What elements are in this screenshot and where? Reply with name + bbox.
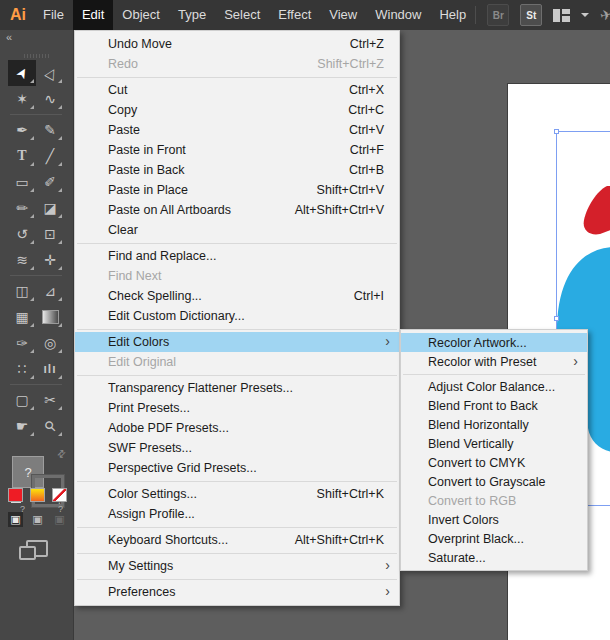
submenu-item[interactable]: Blend Vertically › bbox=[401, 434, 587, 453]
chevron-down-icon[interactable] bbox=[581, 13, 589, 17]
curvature-tool[interactable]: ✎ bbox=[36, 117, 64, 143]
panel-gripper[interactable] bbox=[24, 54, 50, 58]
menu-item[interactable]: Edit Colors › bbox=[75, 332, 399, 352]
menu-item[interactable]: Find and Replace... › bbox=[75, 246, 399, 266]
menu-item[interactable]: Clear › bbox=[75, 220, 399, 240]
color-swatch-red[interactable] bbox=[8, 488, 23, 502]
menu-item[interactable]: › bbox=[77, 579, 397, 580]
menu-item[interactable]: › bbox=[77, 375, 397, 376]
column-graph-tool[interactable]: ılı bbox=[36, 356, 64, 382]
submenu-item[interactable]: Adjust Color Balance... › bbox=[401, 377, 587, 396]
submenu-item[interactable]: Blend Horizontally › bbox=[401, 415, 587, 434]
perspective-grid-tool[interactable]: ⊿ bbox=[36, 278, 64, 304]
width-tool[interactable]: ≋ bbox=[8, 247, 36, 273]
menu-item[interactable]: Cut Ctrl+X › bbox=[75, 80, 399, 100]
rotate-tool[interactable]: ↺ bbox=[8, 221, 36, 247]
puppet-warp-tool[interactable]: ✛ bbox=[36, 247, 64, 273]
submenu-item[interactable]: › bbox=[403, 374, 585, 375]
menu-item[interactable]: Transparency Flattener Presets... › bbox=[75, 378, 399, 398]
menu-item[interactable]: Print Presets... › bbox=[75, 398, 399, 418]
bridge-button[interactable]: Br bbox=[487, 4, 509, 26]
pen-tool[interactable]: ✒ bbox=[8, 117, 36, 143]
menu-item[interactable]: Redo Shift+Ctrl+Z › bbox=[75, 54, 399, 74]
rocket-icon[interactable]: ✈ bbox=[599, 6, 610, 24]
draw-inside-mode[interactable]: ▣ bbox=[52, 512, 67, 527]
magic-wand-tool[interactable]: ✶ bbox=[8, 86, 36, 112]
submenu-item[interactable]: Invert Colors › bbox=[401, 510, 587, 529]
slice-tool[interactable]: ✂ bbox=[36, 387, 64, 413]
paintbrush-tool[interactable]: ✐ bbox=[36, 169, 64, 195]
menu-item[interactable]: SWF Presets... › bbox=[75, 438, 399, 458]
eyedropper-tool[interactable]: ✑ bbox=[8, 330, 36, 356]
menu-item[interactable]: Assign Profile... › bbox=[75, 504, 399, 524]
eraser-tool[interactable]: ◪ bbox=[36, 195, 64, 221]
submenu-item[interactable]: Convert to Grayscale › bbox=[401, 472, 587, 491]
selection-handle-midleft[interactable] bbox=[554, 316, 559, 321]
menu-item[interactable]: Paste in Back Ctrl+B › bbox=[75, 160, 399, 180]
swap-fill-stroke-icon[interactable]: ⇄ bbox=[54, 447, 68, 461]
gradient-swatch[interactable] bbox=[30, 488, 45, 502]
menu-item[interactable]: Edit Custom Dictionary... › bbox=[75, 306, 399, 326]
scale-tool[interactable]: ⊡ bbox=[36, 221, 64, 247]
workspace-switcher-icon[interactable] bbox=[553, 9, 570, 22]
menubar-item[interactable]: Select bbox=[215, 0, 269, 30]
zoom-tool[interactable]: ⚲ bbox=[36, 413, 64, 439]
submenu-item[interactable]: Blend Front to Back › bbox=[401, 396, 587, 415]
submenu-item[interactable]: Convert to CMYK › bbox=[401, 453, 587, 472]
selection-handle-topleft[interactable] bbox=[554, 129, 559, 134]
menubar-item[interactable]: Effect bbox=[269, 0, 320, 30]
menubar-item[interactable]: Object bbox=[113, 0, 169, 30]
line-segment-tool[interactable]: ╱ bbox=[36, 143, 64, 169]
none-swatch[interactable] bbox=[52, 488, 67, 502]
menu-item[interactable]: Color Settings... Shift+Ctrl+K › bbox=[75, 484, 399, 504]
menu-item[interactable]: › bbox=[77, 553, 397, 554]
rectangle-tool[interactable]: ▭ bbox=[8, 169, 36, 195]
menubar-item[interactable]: Window bbox=[366, 0, 430, 30]
mesh-tool[interactable]: ▦ bbox=[8, 304, 36, 330]
collapse-panel-icon[interactable]: « bbox=[6, 31, 11, 43]
menu-item[interactable]: Paste in Front Ctrl+F › bbox=[75, 140, 399, 160]
menu-item[interactable]: Adobe PDF Presets... › bbox=[75, 418, 399, 438]
shaper-tool[interactable]: ✏ bbox=[8, 195, 36, 221]
menu-item[interactable]: › bbox=[77, 481, 397, 482]
submenu-item[interactable]: Overprint Black... › bbox=[401, 529, 587, 548]
menubar-item[interactable]: File bbox=[34, 0, 73, 30]
draw-normal-mode[interactable]: ▣ bbox=[8, 512, 23, 527]
menu-item[interactable]: My Settings › bbox=[75, 556, 399, 576]
menu-item[interactable]: › bbox=[77, 243, 397, 244]
menu-item[interactable]: Check Spelling... Ctrl+I › bbox=[75, 286, 399, 306]
menu-item[interactable]: Undo Move Ctrl+Z › bbox=[75, 34, 399, 54]
direct-selection-tool[interactable]: ▷ bbox=[36, 60, 64, 86]
menubar-item[interactable]: Type bbox=[169, 0, 215, 30]
shape-builder-tool[interactable]: ◫ bbox=[8, 278, 36, 304]
menu-item[interactable]: › bbox=[77, 77, 397, 78]
artboard-tool[interactable]: ▢ bbox=[8, 387, 36, 413]
submenu-item[interactable]: Recolor with Preset › bbox=[401, 352, 587, 371]
menubar-item[interactable]: Help bbox=[430, 0, 475, 30]
menubar-item[interactable]: View bbox=[320, 0, 366, 30]
gradient-tool[interactable]: ▧ bbox=[36, 304, 64, 330]
menu-item[interactable]: › bbox=[77, 527, 397, 528]
menu-item[interactable]: Edit Original › bbox=[75, 352, 399, 372]
menubar-item[interactable]: Edit bbox=[73, 0, 113, 30]
menu-item[interactable]: Copy Ctrl+C › bbox=[75, 100, 399, 120]
menu-item[interactable]: Preferences › bbox=[75, 582, 399, 602]
menu-item[interactable]: Paste on All Artboards Alt+Shift+Ctrl+V … bbox=[75, 200, 399, 220]
symbol-sprayer-tool[interactable]: ∷ bbox=[8, 356, 36, 382]
menu-item[interactable]: Find Next › bbox=[75, 266, 399, 286]
menu-item[interactable]: Paste Ctrl+V › bbox=[75, 120, 399, 140]
draw-behind-mode[interactable]: ▣ bbox=[30, 512, 45, 527]
menu-item[interactable]: Keyboard Shortcuts... Alt+Shift+Ctrl+K › bbox=[75, 530, 399, 550]
menu-item[interactable]: › bbox=[77, 329, 397, 330]
screen-mode-button[interactable] bbox=[26, 540, 48, 557]
lasso-tool[interactable]: ∿ bbox=[36, 86, 64, 112]
blend-tool[interactable]: ◎ bbox=[36, 330, 64, 356]
menu-item[interactable]: Perspective Grid Presets... › bbox=[75, 458, 399, 478]
submenu-item[interactable]: Convert to RGB › bbox=[401, 491, 587, 510]
stock-button[interactable]: St bbox=[520, 4, 542, 26]
menu-item[interactable]: Paste in Place Shift+Ctrl+V › bbox=[75, 180, 399, 200]
type-tool[interactable]: T bbox=[8, 143, 36, 169]
hand-tool[interactable]: ☛ bbox=[8, 413, 36, 439]
submenu-item[interactable]: Recolor Artwork... › bbox=[401, 333, 587, 352]
selection-tool[interactable]: ➤ bbox=[8, 60, 36, 86]
